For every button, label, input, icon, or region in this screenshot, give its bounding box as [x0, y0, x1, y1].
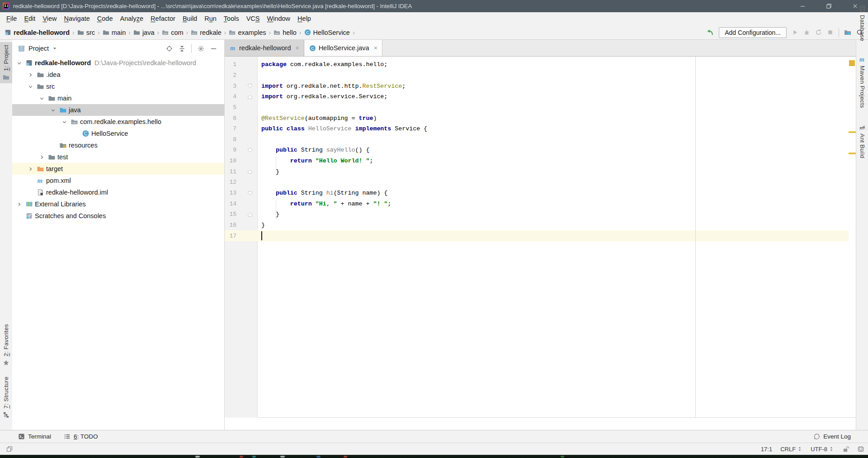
breadcrumb-java[interactable]: java [133, 29, 155, 36]
code-area[interactable]: 1package com.redkale.examples.hello;23im… [225, 57, 849, 241]
collapse-all-button[interactable] [179, 45, 185, 52]
breadcrumb-separator: › [224, 29, 226, 36]
minimize-button[interactable] [789, 0, 816, 12]
tree-chevron-collapsed-icon[interactable] [24, 72, 36, 78]
stripe-tab-project[interactable]: 1: Project [0, 42, 12, 83]
tree-row-target[interactable]: target [12, 163, 224, 175]
stripe-tab-ant-build[interactable]: Ant Build [856, 124, 868, 158]
package-icon [191, 29, 198, 36]
tree-row-External Libraries[interactable]: External Libraries [12, 198, 224, 210]
line-separator-selector[interactable]: CRLF [780, 446, 802, 453]
tree-chevron-expanded-icon[interactable] [13, 60, 25, 66]
encoding-selector[interactable]: UTF-8 [811, 446, 834, 453]
stripe-tab-maven-projects[interactable]: mMaven Projects [856, 56, 868, 108]
tree-row-redkale-helloword[interactable]: redkale-hellowordD:\Java-Projects\redkal… [12, 57, 224, 69]
toolwindows-toggle-icon[interactable] [6, 445, 13, 453]
fold-marker-down-icon[interactable] [245, 191, 255, 196]
taskbar-icon-edge [344, 456, 347, 458]
fold-marker-down-icon[interactable] [245, 83, 255, 89]
fold-marker-down-icon[interactable] [245, 148, 255, 153]
warning-stripe-mark[interactable] [849, 131, 856, 133]
stripe-tab-structure[interactable]: 7: Structure [0, 374, 12, 421]
menu-window[interactable]: Window [264, 12, 294, 25]
menu-help[interactable]: Help [294, 12, 315, 25]
tree-row-.idea[interactable]: .idea [12, 69, 224, 81]
tree-chevron-expanded-icon[interactable] [24, 84, 36, 90]
line-number: 2 [225, 72, 236, 79]
fold-marker-up-icon[interactable] [245, 169, 255, 174]
folder-icon [103, 29, 109, 36]
close-tab-icon[interactable]: × [374, 44, 377, 52]
stripe-tab-database[interactable]: Database [856, 5, 868, 41]
tree-chevron-expanded-icon[interactable] [58, 119, 70, 125]
menu-build[interactable]: Build [179, 12, 201, 25]
menu-run[interactable]: Run [201, 12, 220, 25]
unlock-icon[interactable] [842, 446, 849, 453]
fold-marker-up-icon[interactable] [245, 212, 255, 217]
terminal-button[interactable]: Terminal [18, 433, 51, 440]
tree-chevron-expanded-icon[interactable] [47, 107, 59, 113]
breadcrumb-hello[interactable]: hello [274, 29, 297, 36]
editor-tab-redkale-helloword[interactable]: mredkale-helloword× [225, 40, 304, 56]
menu-code[interactable]: Code [94, 12, 117, 25]
breadcrumb-main[interactable]: main [103, 29, 126, 36]
tree-row-resources[interactable]: resources [12, 139, 224, 151]
taskbar-icon-edge [280, 456, 285, 458]
breadcrumb-redkale-helloword[interactable]: redkale-helloword [5, 29, 70, 36]
maximize-button[interactable] [816, 0, 842, 12]
tree-row-pom.xml[interactable]: mpom.xml [12, 175, 224, 186]
stripe-tab-favorites[interactable]: 2: Favorites [0, 321, 12, 369]
event-log-button[interactable]: Event Log [813, 433, 851, 440]
tree-chevron-expanded-icon[interactable] [36, 95, 47, 101]
menu-edit[interactable]: Edit [20, 12, 39, 25]
close-tab-icon[interactable]: × [295, 44, 299, 52]
tree-row-main[interactable]: main [12, 92, 224, 104]
menu-vcs[interactable]: VCS [243, 12, 264, 25]
menu-refactor[interactable]: Refactor [147, 12, 179, 25]
breadcrumb-examples[interactable]: examples [229, 29, 266, 36]
tree-chevron-collapsed-icon[interactable] [24, 166, 36, 172]
tree-row-redkale-helloword.iml[interactable]: redkale-helloword.iml [12, 186, 224, 198]
tree-chevron-collapsed-icon[interactable] [13, 201, 25, 207]
editor-tab-HelloService.java[interactable]: CHelloService.java× [304, 40, 382, 56]
breadcrumb-HelloService[interactable]: CHelloService [304, 29, 350, 36]
breadcrumb-com[interactable]: com [162, 29, 183, 36]
breadcrumb-src[interactable]: src [77, 29, 95, 36]
menu-bar: FileEditViewNavigateCodeAnalyzeRefactorB… [0, 12, 868, 25]
taskbar-icon-edge [561, 456, 564, 458]
scratches-icon [25, 212, 33, 219]
tree-row-com.redkale.examples.hello[interactable]: com.redkale.examples.hello [12, 116, 224, 128]
tree-row-src[interactable]: src [12, 81, 224, 92]
tree-row-Scratches and Consoles[interactable]: Scratches and Consoles [12, 210, 224, 222]
breadcrumb-redkale[interactable]: redkale [191, 29, 222, 36]
tree-row-test[interactable]: test [12, 151, 224, 163]
ide-status-robot-icon[interactable] [857, 445, 864, 453]
fold-marker-up-icon[interactable] [245, 94, 255, 100]
caret-position[interactable]: 17:1 [761, 446, 772, 453]
add-configuration-button[interactable]: Add Configuration... [719, 27, 787, 38]
settings-button[interactable] [198, 45, 204, 52]
code-line-2: 2 [225, 70, 849, 81]
tree-row-java[interactable]: java [12, 104, 224, 116]
tool-window-title[interactable]: Project [28, 45, 49, 52]
right-margin-guide [695, 57, 696, 418]
updown-icon [797, 446, 802, 452]
tree-chevron-collapsed-icon[interactable] [36, 154, 47, 160]
menu-analyze[interactable]: Analyze [117, 12, 147, 25]
locate-button[interactable] [166, 45, 173, 52]
code-line-1: 1package com.redkale.examples.hello; [225, 59, 849, 70]
tree-row-HelloService[interactable]: CHelloService [12, 128, 224, 139]
left-tool-stripe: 1: Project2: Favorites7: Structure [0, 40, 12, 430]
menu-file[interactable]: File [3, 12, 20, 25]
todo-button[interactable]: 6: TODO [64, 433, 98, 440]
hide-panel-button[interactable] [210, 45, 217, 52]
menu-tools[interactable]: Tools [220, 12, 243, 25]
inspection-status-square[interactable] [849, 60, 855, 66]
line-number: 13 [225, 190, 236, 196]
line-number: 5 [225, 104, 236, 111]
warning-stripe-mark[interactable] [849, 153, 856, 154]
menu-view[interactable]: View [39, 12, 60, 25]
intellij-logo [2, 2, 10, 10]
menu-navigate[interactable]: Navigate [61, 12, 94, 25]
code-line-5: 5 [225, 102, 849, 113]
